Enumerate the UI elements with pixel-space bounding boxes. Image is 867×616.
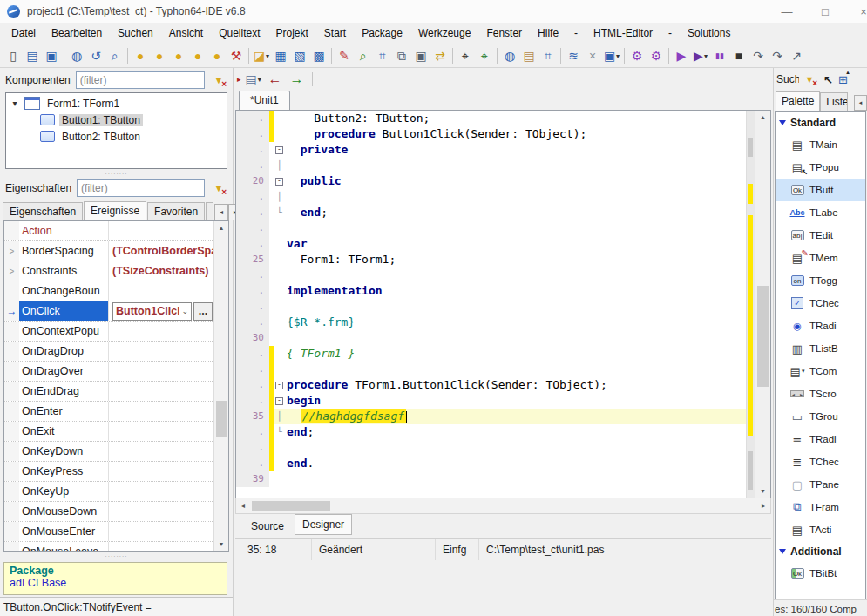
toolbar-copy-page-icon[interactable]: ⧉ [392, 46, 411, 65]
palette-item-tmain[interactable]: ▤TMain [776, 133, 865, 156]
property-row-onenter[interactable]: OnEnter [4, 402, 214, 422]
toolbar-run-debug-icon[interactable]: ▶▾ [691, 46, 710, 65]
property-row-onchangeboun[interactable]: OnChangeBoun [4, 281, 214, 301]
toolbar-view-project-units-icon[interactable]: ● [207, 46, 227, 65]
palette-item-tedit[interactable]: ab|TEdit [776, 224, 865, 247]
toolbar-pause-icon[interactable]: ▮▮ [710, 46, 729, 65]
menu-item-fenster[interactable]: Fenster [478, 24, 530, 42]
palette-item-tchec[interactable]: ✓TChec [776, 292, 865, 315]
tab-source[interactable]: Source [244, 517, 291, 536]
toolbar-code-explorer-icon[interactable]: ⌗ [373, 46, 392, 65]
menu-item-start[interactable]: Start [316, 24, 354, 42]
property-row-onkeypress[interactable]: OnKeyPress [4, 462, 214, 482]
code-line[interactable]: 30 [236, 330, 746, 346]
toolbar-save-as-icon[interactable]: ▧ [290, 46, 309, 65]
jump-back-icon[interactable]: ← [266, 70, 285, 89]
tab-palette[interactable]: Palette [776, 91, 820, 111]
menu-item-werkzeuge[interactable]: Werkzeuge [410, 24, 478, 42]
code-line[interactable]: .{$R *.frm} [236, 315, 746, 330]
splitter-handle[interactable] [0, 552, 233, 558]
toolbar-find-in-files-icon[interactable]: ⌖ [475, 46, 494, 65]
palette-section-additional[interactable]: Additional [776, 541, 865, 562]
code-line[interactable]: . [236, 440, 746, 456]
fold-marker-icon[interactable]: - [274, 377, 285, 393]
section-collapse-icon[interactable] [779, 549, 786, 554]
property-row-onmousedown[interactable]: OnMouseDown [4, 502, 214, 522]
close-button[interactable]: × [844, 0, 867, 23]
tab-designer[interactable]: Designer [295, 514, 352, 535]
grid-scrollbar[interactable]: ▲ ▼ [213, 221, 228, 551]
code-line[interactable]: .│ [236, 189, 746, 205]
toolbar-find-declaration-icon[interactable]: ⌕ [354, 46, 373, 65]
toolbar-open-in-editor-icon[interactable]: ⌕ [105, 46, 125, 65]
property-row-ondragdrop[interactable]: OnDragDrop [4, 342, 214, 362]
menu-item-projekt[interactable]: Projekt [268, 24, 315, 42]
code-line[interactable]: .└ end; [236, 205, 746, 220]
toolbar-ide-options-icon[interactable]: ⚙ [627, 46, 647, 65]
scroll-right-icon[interactable]: ▸ [756, 502, 770, 510]
collapse-arrow-icon[interactable]: ▾ [10, 98, 20, 108]
palette-item-tpane[interactable]: ▢TPane [776, 473, 865, 496]
toolbar-step-out-icon[interactable]: ↗ [787, 46, 806, 65]
palette-item-tradi[interactable]: ◉TRadi [776, 315, 865, 337]
code-editor[interactable]: . Button2: TButton;. procedure Button1Cl… [235, 110, 771, 498]
code-line[interactable]: .-procedure TForm1.Button1Click(Sender: … [236, 377, 746, 393]
expand-chevron-icon[interactable]: > [4, 241, 19, 261]
code-line[interactable]: . Button2: TButton; [236, 111, 746, 126]
toolbar-project-inspector-icon[interactable]: ● [169, 46, 188, 65]
jump-forward-icon[interactable]: → [288, 70, 307, 89]
maximize-button[interactable]: □ [806, 0, 844, 23]
palette-item-tcom[interactable]: ▤▾TCom [776, 360, 865, 382]
tab-favoriten[interactable]: Favoriten [147, 202, 205, 220]
tab-be[interactable]: Be [206, 202, 213, 220]
toolbar-todo-list-icon[interactable]: ▤ [519, 46, 538, 65]
property-row-onmouseleave[interactable]: OnMouseLeave [4, 542, 214, 552]
toolbar-watermark-icon[interactable]: ≋ [564, 46, 583, 65]
toolbar-save-icon[interactable]: ▦ [271, 46, 290, 65]
toolbar-desktop-layout-icon[interactable]: ▣▾ [602, 46, 621, 65]
scroll-up-icon[interactable]: ▲ [755, 111, 770, 124]
open-handler-button[interactable]: ... [193, 302, 213, 321]
property-row-onmouseenter[interactable]: OnMouseEnter [4, 522, 214, 542]
toolbar-run-icon[interactable]: ▶ [672, 46, 691, 65]
component-tree-item[interactable]: ▾Form1: TForm1 [6, 95, 227, 112]
component-tree-item[interactable]: Button1: TButton [6, 112, 227, 128]
scroll-up-icon[interactable]: ▲ [214, 221, 228, 234]
scroll-down-icon[interactable]: ▼ [214, 538, 228, 551]
palette-item-tlistb[interactable]: ▥TListB [776, 337, 865, 360]
menu-item-quelltext[interactable]: Quelltext [211, 24, 268, 42]
menu-item-datei[interactable]: Datei [3, 24, 44, 42]
toolbar-messages-icon[interactable]: ◍ [500, 46, 519, 65]
event-handler-dropdown[interactable]: Button1Click⌄ [112, 302, 192, 321]
menu-item-sep[interactable]: - [566, 24, 586, 42]
toolbar-step-over-icon[interactable]: ↷ [748, 46, 768, 65]
komponenten-filter-clear-icon[interactable] [210, 71, 227, 89]
menu-item-bearbeiten[interactable]: Bearbeiten [44, 24, 110, 42]
palette-filter-clear-icon[interactable] [801, 71, 818, 88]
code-line[interactable]: . [236, 267, 746, 283]
property-row-onkeydown[interactable]: OnKeyDown [4, 442, 214, 462]
toolbar-stop-icon[interactable]: ■ [729, 46, 748, 65]
palette-item-tacti[interactable]: ▤TActi [776, 518, 865, 541]
tab-eigenschaften[interactable]: Eigenschaften [3, 202, 83, 220]
toolbar-configure-tools-icon[interactable]: × [583, 46, 602, 65]
code-line[interactable]: .- private [236, 142, 746, 158]
tab-scroll-left-icon[interactable]: ◂ [214, 204, 228, 220]
toolbar-unit-dependencies-icon[interactable]: ⌗ [538, 46, 558, 65]
property-row-borderspacing[interactable]: >BorderSpacing(TControlBorderSpacin [4, 241, 214, 261]
code-line[interactable]: . [236, 299, 746, 315]
component-hierarchy-icon[interactable]: ⊞ [838, 73, 848, 86]
tab-ereignisse[interactable]: Ereignisse [84, 201, 146, 220]
editor-vscrollbar[interactable]: ▲ ▼ [755, 111, 770, 498]
tab-liste[interactable]: Liste [820, 92, 848, 111]
palette-item-tgrou[interactable]: ▭TGrou [776, 405, 865, 428]
code-line[interactable]: .{ TForm1 } [236, 346, 746, 362]
menu-item-package[interactable]: Package [354, 24, 410, 42]
minimize-button[interactable]: — [768, 0, 806, 23]
package-name-link[interactable]: adLCLBase [10, 577, 221, 589]
code-line[interactable]: . [236, 220, 746, 236]
toolbar-new-unit-icon[interactable]: ▯ [3, 46, 23, 65]
code-line[interactable]: .implementation [236, 283, 746, 299]
palette-item-tradi[interactable]: ≣TRadi [776, 428, 865, 450]
toolbar-save-all-icon[interactable]: ▩ [309, 46, 329, 65]
